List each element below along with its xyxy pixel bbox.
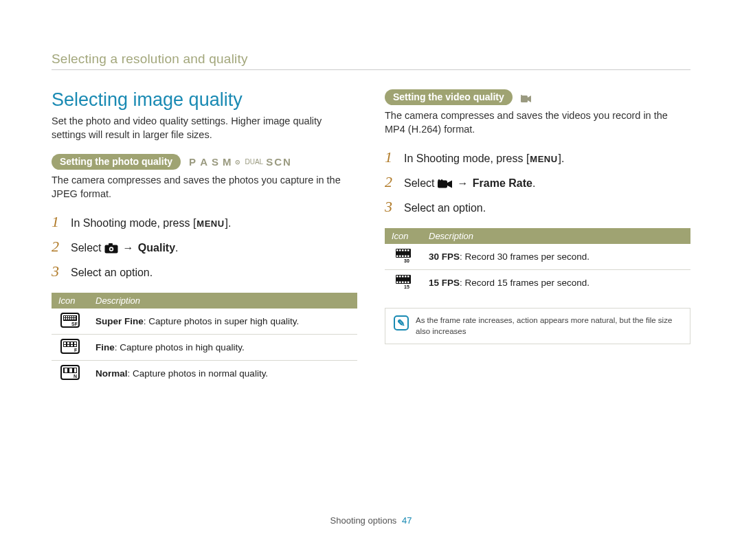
svg-rect-7: [66, 316, 67, 317]
svg-rect-28: [74, 345, 76, 346]
mode-dual: DUAL: [245, 158, 263, 166]
camera-icon: [104, 243, 118, 254]
svg-rect-44: [402, 249, 404, 251]
svg-rect-34: [74, 368, 76, 372]
quality-desc: Normal: Capture photos in normal quality…: [89, 361, 357, 387]
svg-rect-16: [72, 318, 74, 320]
col-icon: Icon: [52, 293, 89, 309]
svg-rect-50: [405, 256, 407, 258]
svg-rect-56: [402, 276, 404, 278]
quality-icon-sf: SF: [52, 309, 89, 335]
fps-desc: 15 FPS: Record 15 frames per second.: [422, 270, 690, 296]
footer-section: Shooting options: [330, 515, 397, 526]
svg-point-3: [110, 248, 112, 250]
svg-rect-51: [407, 256, 409, 258]
table-row: SF Super Fine: Capture photos in super h…: [52, 309, 357, 335]
svg-rect-27: [71, 345, 73, 346]
svg-rect-22: [67, 342, 69, 344]
page-number: 47: [402, 515, 412, 526]
step-number: 3: [52, 262, 64, 280]
mode-dual-icon: ⊙: [235, 159, 242, 166]
mode-m: M: [223, 156, 233, 168]
svg-rect-23: [71, 342, 73, 344]
svg-rect-10: [72, 316, 74, 317]
svg-rect-21: [64, 342, 66, 344]
mode-p: P: [189, 156, 197, 168]
video-mode-icon: [521, 93, 532, 102]
step-number: 2: [52, 238, 64, 256]
video-quality-pill: Setting the video quality: [385, 89, 513, 105]
col-desc: Description: [422, 228, 690, 244]
svg-rect-6: [64, 316, 65, 317]
svg-text:SF: SF: [71, 322, 78, 326]
step-text: Select → Quality.: [71, 242, 179, 254]
svg-rect-60: [399, 282, 401, 284]
menu-badge: MENU: [529, 154, 558, 164]
step-text: In Shooting mode, press [MENU].: [71, 217, 232, 229]
svg-rect-17: [74, 318, 76, 320]
step-number: 2: [385, 173, 397, 191]
step-number: 1: [385, 148, 397, 166]
step-text: Select → Frame Rate.: [404, 177, 535, 190]
mode-scn: SCN: [266, 156, 292, 168]
quality-desc: Super Fine: Capture photos in super high…: [89, 309, 357, 335]
photo-quality-table: Icon Description SF Super Fine: Capture …: [52, 293, 357, 386]
svg-rect-47: [396, 256, 398, 258]
photo-quality-pill: Setting the photo quality: [52, 154, 181, 170]
svg-text:F: F: [74, 348, 78, 352]
step-text: In Shooting mode, press [MENU].: [404, 153, 565, 165]
svg-rect-61: [402, 282, 404, 284]
mode-icons: P A S M ⊙DUAL SCN: [189, 156, 292, 168]
right-column: Setting the video quality The camera com…: [385, 89, 690, 386]
photo-body: The camera compresses and saves the phot…: [52, 174, 357, 201]
table-row: 30 30 FPS: Record 30 frames per second.: [385, 244, 690, 270]
video-quality-table: Icon Description 30 30 FPS: Record 30 fr…: [385, 228, 690, 295]
table-row: F Fine: Capture photos in high quality.: [52, 335, 357, 361]
svg-rect-13: [66, 318, 67, 320]
photo-steps: 1 In Shooting mode, press [MENU]. 2 Sele…: [52, 213, 357, 280]
svg-text:15: 15: [404, 284, 409, 289]
svg-rect-54: [396, 276, 398, 278]
svg-rect-59: [396, 282, 398, 284]
table-row: N Normal: Capture photos in normal quali…: [52, 361, 357, 387]
svg-rect-1: [109, 243, 113, 245]
svg-rect-55: [399, 276, 401, 278]
note-box: ✎ As the frame rate increases, action ap…: [385, 308, 690, 344]
svg-rect-42: [396, 249, 398, 251]
svg-point-39: [438, 179, 440, 181]
svg-rect-46: [407, 249, 409, 251]
mode-s: S: [212, 156, 220, 168]
svg-point-40: [440, 179, 442, 181]
left-column: Selecting image quality Set the photo an…: [52, 89, 357, 386]
svg-text:N: N: [74, 374, 77, 379]
svg-rect-49: [402, 256, 404, 258]
quality-icon-f: F: [52, 335, 89, 361]
svg-rect-9: [70, 316, 71, 317]
svg-rect-33: [69, 368, 72, 372]
svg-rect-45: [405, 249, 407, 251]
note-text: As the frame rate increases, action appe…: [416, 315, 682, 337]
fps-desc: 30 FPS: Record 30 frames per second.: [422, 244, 690, 270]
svg-rect-15: [70, 318, 71, 320]
step-text: Select an option.: [404, 202, 486, 214]
step-text: Select an option.: [71, 267, 153, 279]
svg-rect-26: [67, 345, 69, 346]
svg-rect-32: [65, 368, 67, 372]
svg-point-37: [521, 95, 522, 96]
col-icon: Icon: [385, 228, 422, 244]
step-number: 1: [52, 213, 64, 231]
video-steps: 1 In Shooting mode, press [MENU]. 2 Sele…: [385, 148, 690, 216]
svg-rect-48: [399, 256, 401, 258]
mode-a: A: [200, 156, 209, 168]
table-row: 15 15 FPS: Record 15 frames per second.: [385, 270, 690, 296]
breadcrumb: Selecting a resolution and quality: [52, 52, 690, 70]
page-footer: Shooting options 47: [0, 515, 742, 526]
fps-icon-30: 30: [385, 244, 422, 270]
svg-rect-24: [74, 342, 76, 344]
page-heading: Selecting image quality: [52, 89, 357, 111]
video-body: The camera compresses and saves the vide…: [385, 109, 690, 136]
svg-rect-63: [407, 282, 409, 284]
svg-rect-36: [521, 96, 528, 102]
svg-rect-14: [68, 318, 69, 320]
col-desc: Description: [89, 293, 357, 309]
